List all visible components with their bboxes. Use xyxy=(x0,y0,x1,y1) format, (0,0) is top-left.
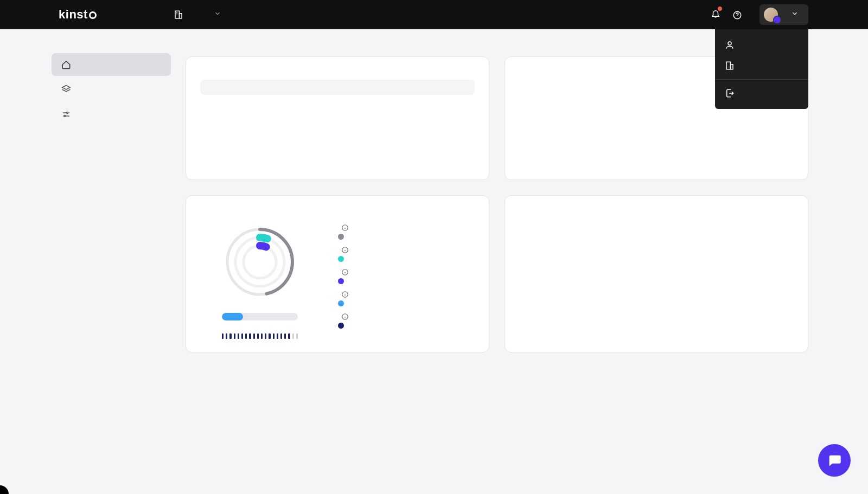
dashboard-icon xyxy=(61,60,71,69)
svg-rect-5 xyxy=(731,65,733,69)
list-item[interactable] xyxy=(519,132,794,149)
help-center-link[interactable] xyxy=(732,10,748,20)
building-icon xyxy=(725,61,735,70)
chat-icon xyxy=(827,453,842,468)
layers-icon xyxy=(61,85,71,94)
user-dropdown xyxy=(715,29,808,109)
corner-decoration xyxy=(0,485,9,494)
logout-icon xyxy=(725,88,735,98)
resource-card xyxy=(186,195,489,352)
svg-point-7 xyxy=(67,112,68,114)
notification-dot xyxy=(718,7,722,11)
table-row[interactable] xyxy=(200,147,475,164)
avatar-badge xyxy=(773,16,781,24)
dropdown-logout[interactable] xyxy=(715,83,808,104)
dropdown-company-settings[interactable] xyxy=(715,55,808,76)
company-selector[interactable] xyxy=(174,10,224,20)
sidebar-item-dashboard[interactable] xyxy=(52,53,171,76)
avatar xyxy=(764,8,778,22)
bandwidth-line-chart xyxy=(519,224,794,311)
user-menu-button[interactable] xyxy=(760,4,808,25)
table-row[interactable] xyxy=(200,130,475,147)
svg-point-3 xyxy=(728,42,731,45)
help-icon xyxy=(732,10,742,20)
brand-dot-icon xyxy=(89,11,97,19)
dropdown-divider xyxy=(715,79,808,80)
svg-rect-0 xyxy=(175,11,180,18)
sites-card xyxy=(186,56,489,180)
info-icon[interactable] xyxy=(341,313,351,323)
svg-rect-1 xyxy=(179,14,182,18)
chat-button[interactable] xyxy=(818,444,851,477)
list-item[interactable] xyxy=(519,114,794,132)
svg-point-8 xyxy=(64,116,66,117)
info-icon[interactable] xyxy=(341,268,351,278)
info-icon[interactable] xyxy=(341,291,351,300)
info-icon[interactable] xyxy=(341,246,351,256)
building-icon xyxy=(174,10,183,20)
sidebar-item-dns[interactable] xyxy=(52,103,171,126)
table-row[interactable] xyxy=(200,112,475,130)
chevron-down-icon xyxy=(214,10,224,20)
brand-logo: kinst xyxy=(59,8,98,22)
disk-progress-bar xyxy=(222,313,298,320)
sites-table-head xyxy=(200,80,475,95)
chevron-down-icon xyxy=(791,10,801,20)
list-item[interactable] xyxy=(519,149,794,166)
sites-dotted-bar xyxy=(222,333,298,339)
svg-marker-6 xyxy=(62,86,71,90)
table-row[interactable] xyxy=(200,95,475,112)
notifications-bell-button[interactable] xyxy=(711,8,720,21)
bandwidth-card xyxy=(505,195,808,352)
sidebar xyxy=(52,53,171,126)
info-icon[interactable] xyxy=(341,224,351,234)
svg-rect-4 xyxy=(726,62,731,69)
topbar: kinst xyxy=(0,0,868,29)
svg-point-13 xyxy=(244,246,276,278)
dropdown-user-settings[interactable] xyxy=(715,35,808,55)
resource-donut-chart xyxy=(222,224,298,300)
sidebar-item-sites[interactable] xyxy=(52,78,171,101)
user-icon xyxy=(725,40,735,50)
sliders-icon xyxy=(61,110,71,119)
